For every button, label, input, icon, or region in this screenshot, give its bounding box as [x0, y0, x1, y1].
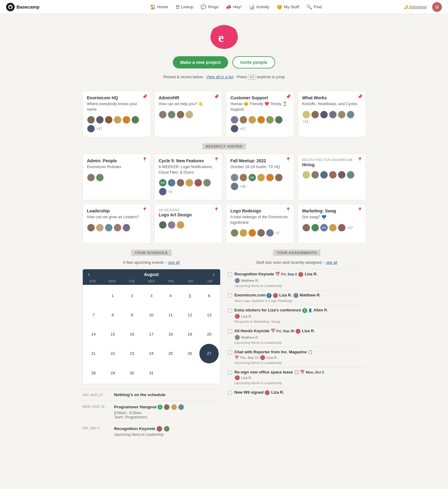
pin-gray-icon: 📍	[214, 157, 219, 162]
assignment-sub: Requests in Marketing: Swag	[235, 320, 366, 323]
calendar-cell[interactable]: 23	[122, 344, 142, 363]
calendar-cell[interactable]: 13	[199, 305, 219, 325]
assignment-sub: New Logo Updates in Logo Redesign	[235, 299, 366, 303]
calendar-cell[interactable]: 20	[199, 325, 219, 344]
calendar-cell[interactable]: 8	[103, 305, 122, 325]
card-desc: A total redesign of the Enormicom logo/b…	[231, 215, 290, 225]
card-logo-art[interactable]: 📍 GH DESIGNS Logo Art Design	[154, 204, 222, 244]
invite-people-button[interactable]: Invite people	[232, 56, 275, 68]
card-cycle5[interactable]: 📍 Cycle 5: New Features 6-WEEKER: Login …	[154, 154, 222, 200]
calendar-cell[interactable]: 1	[103, 286, 122, 305]
calendar-cell[interactable]: 4	[161, 286, 180, 305]
avatar-count: +3	[168, 190, 172, 193]
card-what-works[interactable]: 📌 What Works Kickoffs, Heartbeats, and C…	[298, 91, 366, 137]
calendar-cell[interactable]: 9	[122, 305, 142, 325]
card-desc: Kickoffs, Heartbeats, and Cycles	[302, 101, 361, 107]
calendar-cell[interactable]: 25	[161, 344, 180, 363]
calendar-cell[interactable]: 15	[103, 325, 122, 344]
calendar-cell[interactable]: 28	[84, 363, 103, 383]
card-customer-support[interactable]: 📌 Customer Support Human 😊 Friendly ❤️ T…	[226, 91, 294, 137]
calendar-cell[interactable]: 29	[103, 363, 122, 383]
adminland-link[interactable]: 🔑 Adminland	[404, 5, 427, 9]
assignment-content: Extra stickers for Liza's conference 1 👤…	[235, 308, 366, 323]
assignment-checkbox[interactable]	[228, 370, 232, 375]
card-admin-hr[interactable]: 📌 Admin/HR How can we help you? 👋	[154, 91, 222, 137]
nav-find[interactable]: 🔍 Find	[303, 3, 325, 11]
nav-hey[interactable]: 📣 Hey!	[223, 3, 245, 11]
calendar-cell[interactable]: 10	[142, 305, 161, 325]
card-marketing-swag[interactable]: 📍 Marketing: Swag Got swag? 💙 CS +17	[298, 204, 366, 244]
logo-link[interactable]: Basecamp	[6, 3, 39, 11]
see-all-schedule-link[interactable]: see all	[168, 260, 180, 265]
nav-pings[interactable]: 💬 Pings	[198, 3, 221, 11]
calendar-cell[interactable]: 22	[103, 344, 122, 363]
calendar-cell[interactable]: 3	[142, 286, 161, 305]
logo-icon	[6, 3, 15, 11]
card-avatars: +11	[302, 111, 361, 123]
assignment-title: Extra stickers for Liza's conference 1 👤…	[235, 308, 366, 313]
see-all-assignments-link[interactable]: see all	[326, 260, 337, 265]
assignment-checkbox[interactable]	[228, 391, 232, 395]
event-title: Recognition Keynote	[114, 426, 220, 432]
nav-activity[interactable]: 📊 Activity	[246, 3, 272, 11]
event-title: Nothing's on the schedule	[114, 392, 220, 397]
card-logo-redesign[interactable]: 📍 Logo Redesign A total redesign of the …	[226, 204, 294, 244]
card-avatars: CS +3	[159, 179, 218, 196]
calendar-cell[interactable]: 17	[142, 325, 161, 344]
card-hiring[interactable]: 📍 RECRUITING FOR ENORMICOM Hiring	[298, 154, 366, 200]
calendar-cell[interactable]: 18	[161, 325, 180, 344]
calendar-cell[interactable]: 31	[142, 363, 161, 383]
assignment-title: Re-sign new office space lease 📋 📅 Mon, …	[235, 370, 366, 374]
assignment-content: Re-sign new office space lease 📋 📅 Mon, …	[235, 370, 366, 385]
calendar-cell[interactable]: 21	[84, 344, 103, 363]
calendar-cell[interactable]: 7	[84, 305, 103, 325]
calendar-cell[interactable]: 14	[84, 325, 103, 344]
card-desc: Enormicom Rolodex	[87, 164, 146, 170]
calendar-cell[interactable]: 12	[180, 305, 199, 325]
pin-icon: 📌	[286, 94, 291, 99]
calendar-cell[interactable]: 11	[161, 305, 180, 325]
calendar-cell[interactable]: 5	[180, 286, 199, 305]
svg-text:e: e	[218, 30, 224, 45]
user-avatar[interactable]: U	[432, 2, 442, 12]
assignment-meta: Matthew R.	[235, 335, 366, 340]
assignment-w9: New W9 signed Liza R.	[228, 387, 366, 399]
card-admin-people[interactable]: 📍 Admin: People Enormicom Rolodex	[82, 154, 151, 200]
navigation: Basecamp 🏠 Home ☰ Lineup 💬 Pings 📣 Hey! …	[0, 0, 448, 14]
view-all-link[interactable]: View all in a list	[206, 75, 233, 79]
nav-my-stuff[interactable]: 😊 My Stuff	[274, 3, 302, 11]
nav-home[interactable]: 🏠 Home	[147, 3, 171, 11]
assignment-checkbox[interactable]	[228, 272, 232, 277]
avatar-count: +17	[347, 226, 353, 230]
make-project-button[interactable]: Make a new project	[173, 56, 228, 68]
nav-lineup[interactable]: ☰ Lineup	[173, 3, 197, 11]
assignment-checkbox[interactable]	[228, 293, 232, 298]
calendar-next-button[interactable]: ›	[211, 272, 216, 277]
calendar-cell[interactable]: 2	[122, 286, 142, 305]
assignment-checkbox[interactable]	[228, 308, 232, 313]
calendar-cell[interactable]: 27	[199, 344, 219, 363]
pings-icon: 💬	[201, 4, 206, 10]
assignment-meta: 📅 Thu, Sep 15 Liza R.	[235, 355, 366, 360]
calendar-cell[interactable]: 16	[122, 325, 142, 344]
hey-icon: 📣	[226, 4, 231, 10]
recently-visited-section: RECENTLY VISITED 📍 Admin: People Enormic…	[78, 143, 371, 244]
assignment-checkbox[interactable]	[228, 350, 232, 355]
card-leadership[interactable]: 📍 Leadership How can we grow as Leaders?	[82, 204, 151, 244]
calendar-prev-button[interactable]: ‹	[86, 272, 92, 277]
find-icon: 🔍	[306, 4, 312, 10]
calendar-cell[interactable]: 6	[199, 286, 219, 305]
calendar-cell	[180, 363, 199, 383]
card-fall-meetup[interactable]: 📍 Fall Meetup: 2022 October 16-19 Austin…	[226, 154, 294, 200]
card-desc: How can we help you? 👋	[159, 101, 218, 107]
calendar-cell[interactable]: 26	[180, 344, 199, 363]
card-title: Leadership	[87, 208, 146, 213]
calendar-days-header: SUN MON TUE WED THU FRI SAT	[83, 280, 220, 285]
calendar-cell[interactable]: 19	[180, 325, 199, 344]
pinned-cards-grid: 📌 Enormicom HQ Where everybody knows you…	[82, 91, 366, 137]
assignment-checkbox[interactable]	[228, 329, 232, 333]
calendar-cell[interactable]: 24	[142, 344, 161, 363]
event-who: Upcoming Items in Leadership	[114, 432, 220, 437]
calendar-cell[interactable]: 30	[122, 363, 142, 383]
card-enormicom-hq[interactable]: 📌 Enormicom HQ Where everybody knows you…	[82, 91, 151, 137]
